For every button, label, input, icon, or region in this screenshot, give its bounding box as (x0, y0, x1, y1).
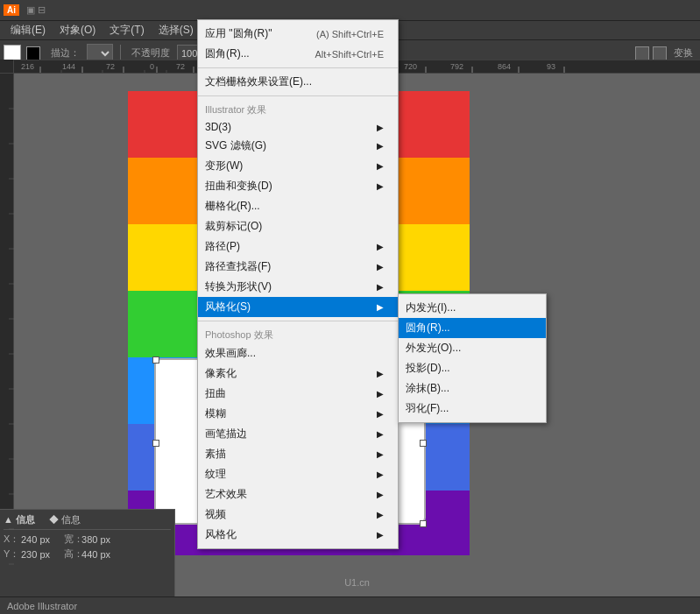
menu-apply-round[interactable]: 应用 "圆角(R)" (A) Shift+Ctrl+E (198, 24, 398, 44)
sketch-label: 素描 (205, 447, 226, 462)
brush-stroke-arrow: ▶ (377, 429, 384, 439)
menu-file[interactable]: 编辑(E) (4, 21, 53, 39)
panel-title-info: ◆ 信息 (49, 513, 81, 526)
handle-br[interactable] (420, 520, 427, 527)
submenu-outer-glow[interactable]: 外发光(O)... (399, 338, 546, 358)
warp-arrow: ▶ (377, 181, 384, 191)
inner-glow-label: 内发光(I)... (406, 300, 456, 315)
svg-text:792: 792 (450, 62, 463, 71)
feather-label: 羽化(F)... (406, 401, 449, 416)
info-y-row: Y： 230 px 高： 440 px (4, 547, 171, 561)
path-finder-label: 路径查找器(F) (205, 259, 271, 274)
menu-svg-filter[interactable]: SVG 滤镜(G) ▶ (198, 136, 398, 156)
app-controls: ▣ ⊟ (26, 4, 46, 16)
3d-arrow: ▶ (377, 123, 384, 132)
watermark: U1.cn (344, 577, 370, 588)
texture-label: 纹理 (205, 467, 226, 482)
path-label: 路径(P) (205, 239, 240, 254)
round-corners-label: 圆角(R)... (406, 321, 450, 335)
menu-stylize2[interactable]: 风格化 ▶ (198, 525, 398, 545)
menu-crop-marks[interactable]: 裁剪标记(O) (198, 216, 398, 236)
scribble-label: 涂抹(B)... (406, 381, 449, 396)
artistic-label: 艺术效果 (205, 487, 247, 502)
handle-ml[interactable] (152, 440, 159, 447)
menu-distort[interactable]: 扭曲 ▶ (198, 384, 398, 404)
menu-text[interactable]: 文字(T) (103, 21, 151, 39)
panel-divider (4, 529, 171, 530)
menu-3d[interactable]: 3D(3) ▶ (198, 118, 398, 136)
menu-brush-stroke[interactable]: 画笔描边 ▶ (198, 424, 398, 444)
menu-stylize[interactable]: 风格化(S) ▶ 内发光(I)... 圆角(R)... 外发光(O)... 投影… (198, 297, 398, 317)
brush-stroke-label: 画笔描边 (205, 427, 247, 441)
menu-object[interactable]: 对象(O) (53, 21, 103, 39)
menu-texture[interactable]: 纹理 ▶ (198, 464, 398, 484)
blur-label: 模糊 (205, 406, 226, 421)
convert-shape-arrow: ▶ (377, 282, 384, 292)
menu-blur[interactable]: 模糊 ▶ (198, 404, 398, 424)
svg-filter-label: SVG 滤镜(G) (205, 138, 266, 153)
svg-text:72: 72 (106, 62, 115, 71)
svg-text:720: 720 (404, 62, 417, 71)
menu-path[interactable]: 路径(P) ▶ (198, 236, 398, 257)
submenu-scribble[interactable]: 涂抹(B)... (399, 378, 546, 399)
sep-1 (198, 67, 398, 68)
stylize-label: 风格化(S) (205, 300, 251, 314)
menu-path-finder[interactable]: 路径查找器(F) ▶ (198, 257, 398, 277)
info-height-value: 440 px (81, 549, 110, 560)
illustrator-section: Illustrator 效果 (198, 100, 398, 118)
status-bar: Adobe Illustrator (0, 596, 700, 614)
handle-mr[interactable] (420, 440, 427, 447)
convert-shape-label: 转换为形状(V) (205, 279, 272, 294)
svg-text:216: 216 (21, 62, 34, 71)
top-header: Ai ▣ ⊟ (0, 0, 700, 21)
options-icon[interactable] (635, 46, 649, 60)
info-y-value: 230 px (21, 549, 50, 560)
apply-round-shortcut: (A) Shift+Ctrl+E (299, 29, 384, 39)
menu-video[interactable]: 视频 ▶ (198, 505, 398, 525)
deform-arrow: ▶ (377, 161, 384, 171)
status-text: Adobe Illustrator (7, 601, 77, 611)
menu-convert-shape[interactable]: 转换为形状(V) ▶ (198, 277, 398, 297)
submenu-feather[interactable]: 羽化(F)... (399, 399, 546, 419)
3d-label: 3D(3) (205, 121, 231, 133)
submenu-drop-shadow[interactable]: 投影(D)... (399, 358, 546, 378)
menu-sketch[interactable]: 素描 ▶ (198, 444, 398, 464)
ruler-vertical: - (0, 74, 14, 509)
texture-arrow: ▶ (377, 469, 384, 479)
menu-artistic[interactable]: 艺术效果 ▶ (198, 484, 398, 505)
stylize-arrow: ▶ (377, 302, 384, 312)
menu-doc-grid[interactable]: 文档栅格效果设置(E)... (198, 72, 398, 92)
path-finder-arrow: ▶ (377, 262, 384, 272)
info-width-label: 宽： (64, 533, 81, 546)
distort-label: 扭曲 (205, 386, 226, 401)
menu-round[interactable]: 圆角(R)... Alt+Shift+Ctrl+E (198, 44, 398, 64)
round-label: 圆角(R)... (205, 46, 250, 61)
menu-effect-gallery[interactable]: 效果画廊... (198, 343, 398, 363)
handle-tl[interactable] (152, 356, 159, 363)
blur-arrow: ▶ (377, 409, 384, 419)
submenu-inner-glow[interactable]: 内发光(I)... (399, 298, 546, 318)
pixelate-arrow: ▶ (377, 369, 384, 378)
menu-select[interactable]: 选择(S) (152, 21, 201, 39)
menu-pixelate[interactable]: 像素化 ▶ (198, 363, 398, 384)
drop-shadow-label: 投影(D)... (406, 361, 450, 376)
svg-filter-arrow: ▶ (377, 141, 384, 151)
svg-text:93: 93 (547, 62, 555, 71)
menu-deform[interactable]: 变形(W) ▶ (198, 156, 398, 176)
ai-badge: Ai (4, 4, 19, 16)
menu-warp[interactable]: 扭曲和变换(D) ▶ (198, 176, 398, 196)
sep-2 (198, 95, 398, 96)
effect-menu: 应用 "圆角(R)" (A) Shift+Ctrl+E 圆角(R)... Alt… (197, 19, 399, 549)
grid-icon[interactable] (653, 46, 667, 60)
info-x-value: 240 px (21, 534, 50, 545)
right-toolbar: 变换 (635, 46, 696, 60)
submenu-round-corners[interactable]: 圆角(R)... (399, 318, 546, 338)
path-arrow: ▶ (377, 242, 384, 251)
menu-rasterize[interactable]: 栅格化(R)... (198, 196, 398, 216)
warp-label: 扭曲和变换(D) (205, 179, 272, 194)
fill-color[interactable] (26, 46, 40, 60)
ruler-v-svg: - (0, 74, 14, 599)
stylize2-label: 风格化 (205, 527, 237, 542)
opacity-label: 不透明度 (128, 46, 173, 60)
round-shortcut: Alt+Shift+Ctrl+E (297, 49, 384, 60)
